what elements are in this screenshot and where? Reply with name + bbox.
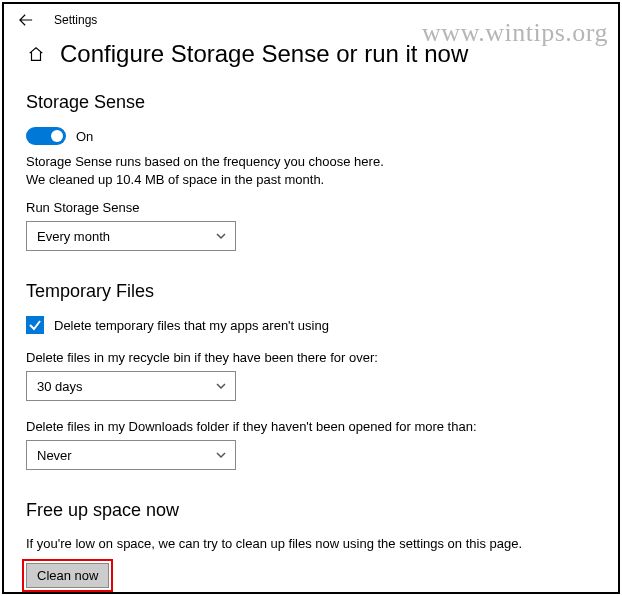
storage-sense-description: Storage Sense runs based on the frequenc… (26, 153, 406, 188)
home-icon[interactable] (26, 44, 46, 64)
run-storage-sense-value: Every month (37, 229, 110, 244)
storage-sense-toggle-label: On (76, 129, 93, 144)
delete-temp-files-checkbox[interactable] (26, 316, 44, 334)
back-arrow-icon[interactable] (18, 12, 34, 28)
free-up-space-description: If you're low on space, we can try to cl… (26, 535, 586, 553)
free-up-space-heading: Free up space now (26, 500, 596, 521)
temporary-files-heading: Temporary Files (26, 281, 596, 302)
chevron-down-icon (215, 380, 227, 392)
recycle-bin-label: Delete files in my recycle bin if they h… (26, 350, 596, 365)
downloads-select[interactable]: Never (26, 440, 236, 470)
run-storage-sense-select[interactable]: Every month (26, 221, 236, 251)
page-title: Configure Storage Sense or run it now (60, 40, 468, 68)
storage-sense-heading: Storage Sense (26, 92, 596, 113)
recycle-bin-select[interactable]: 30 days (26, 371, 236, 401)
downloads-value: Never (37, 448, 72, 463)
delete-temp-files-label: Delete temporary files that my apps aren… (54, 318, 329, 333)
chevron-down-icon (215, 449, 227, 461)
chevron-down-icon (215, 230, 227, 242)
clean-now-button[interactable]: Clean now (26, 563, 109, 588)
recycle-bin-value: 30 days (37, 379, 83, 394)
run-storage-sense-label: Run Storage Sense (26, 200, 596, 215)
downloads-label: Delete files in my Downloads folder if t… (26, 419, 596, 434)
app-title: Settings (54, 13, 97, 27)
storage-sense-toggle[interactable] (26, 127, 66, 145)
